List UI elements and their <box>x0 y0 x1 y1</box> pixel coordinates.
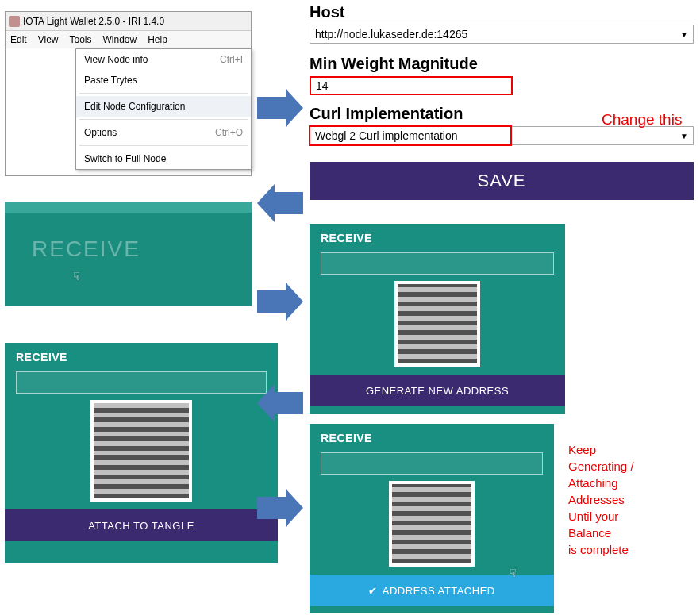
flow-arrow-icon <box>257 489 303 527</box>
flow-arrow-icon <box>257 384 303 422</box>
menu-help[interactable]: Help <box>148 34 167 45</box>
note-line: Generating / <box>568 458 634 475</box>
keep-generating-note: Keep Generating / Attaching Addresses Un… <box>568 441 634 558</box>
menu-item-label: Paste Trytes <box>84 75 137 86</box>
save-label: SAVE <box>477 171 525 191</box>
host-select[interactable]: http://node.lukaseder.de:14265 ▼ <box>310 25 694 44</box>
menu-view-node-info[interactable]: View Node info Ctrl+I <box>76 49 251 70</box>
note-line: is complete <box>568 541 634 558</box>
note-line: Keep <box>568 441 634 458</box>
mwm-value: 14 <box>316 79 329 92</box>
menu-switch-full-node[interactable]: Switch to Full Node <box>76 148 251 169</box>
flow-arrow-icon <box>257 283 303 321</box>
save-button[interactable]: SAVE <box>310 162 694 200</box>
receive-attach-panel: RECEIVE ATTACH TO TANGLE <box>5 343 278 563</box>
menu-separator <box>79 145 248 146</box>
menu-item-label: Edit Node Configuration <box>84 101 185 112</box>
flow-arrow-icon <box>257 184 303 222</box>
menu-item-label: View Node info <box>84 54 148 65</box>
host-label: Host <box>310 3 694 21</box>
curl-select[interactable]: Webgl 2 Curl implementation ▼ <box>310 126 694 145</box>
title-bar: IOTA Light Wallet 2.5.0 - IRI 1.4.0 <box>6 12 251 31</box>
receive-generate-panel: RECEIVE GENERATE NEW ADDRESS <box>310 224 565 414</box>
qr-code <box>90 400 192 502</box>
note-line: Attaching <box>568 475 634 491</box>
menu-view[interactable]: View <box>38 34 59 45</box>
status-label: ADDRESS ATTACHED <box>383 585 495 597</box>
change-this-annotation: Change this <box>602 111 682 129</box>
receive-nav-tile[interactable]: RECEIVE <box>5 202 252 306</box>
tile-top-strip <box>5 202 252 213</box>
address-attached-status: ✔ ADDRESS ATTACHED <box>310 575 554 606</box>
menu-item-shortcut: Ctrl+O <box>215 127 243 138</box>
menu-item-shortcut: Ctrl+I <box>220 54 243 65</box>
chevron-down-icon: ▼ <box>680 132 688 140</box>
receive-attached-panel: RECEIVE ✔ ADDRESS ATTACHED <box>310 424 554 613</box>
menu-paste-trytes[interactable]: Paste Trytes <box>76 70 251 90</box>
app-icon <box>9 16 20 27</box>
receive-header: RECEIVE <box>310 224 565 249</box>
attach-to-tangle-button[interactable]: ATTACH TO TANGLE <box>5 509 278 541</box>
cursor-hand-icon <box>73 270 84 283</box>
note-line: Balance <box>568 525 634 541</box>
button-label: GENERATE NEW ADDRESS <box>366 385 509 397</box>
generate-new-address-button[interactable]: GENERATE NEW ADDRESS <box>310 375 565 406</box>
menu-item-label: Options <box>84 127 117 138</box>
receive-header: RECEIVE <box>5 343 278 368</box>
qr-code <box>389 481 475 567</box>
menu-edit[interactable]: Edit <box>10 34 27 45</box>
wallet-window: IOTA Light Wallet 2.5.0 - IRI 1.4.0 Edit… <box>5 11 252 176</box>
qr-code <box>394 281 480 367</box>
mwm-label: Min Weight Magnitude <box>310 55 694 73</box>
menu-edit-node-config[interactable]: Edit Node Configuration <box>76 96 251 117</box>
button-label: ATTACH TO TANGLE <box>88 520 194 532</box>
menu-separator <box>79 93 248 94</box>
address-display[interactable] <box>321 452 543 475</box>
receive-header: RECEIVE <box>310 424 554 449</box>
menu-window[interactable]: Window <box>103 34 137 45</box>
flow-arrow-icon <box>257 89 303 127</box>
host-value: http://node.lukaseder.de:14265 <box>315 28 467 40</box>
note-line: Addresses <box>568 491 634 508</box>
tools-dropdown: View Node info Ctrl+I Paste Trytes Edit … <box>75 48 252 170</box>
window-title: IOTA Light Wallet 2.5.0 - IRI 1.4.0 <box>23 16 164 27</box>
address-display[interactable] <box>16 371 267 394</box>
address-display[interactable] <box>321 252 554 275</box>
mwm-input[interactable]: 14 <box>310 76 513 95</box>
menu-bar: Edit View Tools Window Help <box>6 31 251 48</box>
note-line: Until your <box>568 508 634 525</box>
cursor-hand-icon <box>510 567 521 579</box>
chevron-down-icon: ▼ <box>680 30 688 39</box>
menu-tools[interactable]: Tools <box>69 34 91 45</box>
menu-item-label: Switch to Full Node <box>84 153 166 164</box>
receive-label: RECEIVE <box>5 213 252 262</box>
curl-value: Webgl 2 Curl implementation <box>315 129 458 142</box>
menu-options[interactable]: Options Ctrl+O <box>76 122 251 143</box>
menu-separator <box>79 119 248 120</box>
check-icon: ✔ <box>368 585 378 597</box>
